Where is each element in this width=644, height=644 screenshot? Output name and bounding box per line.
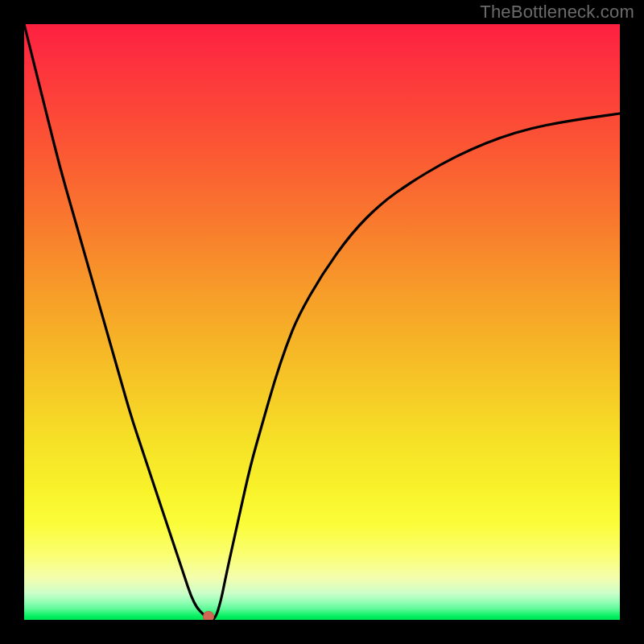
- bottleneck-curve: [24, 24, 620, 620]
- plot-area: [24, 24, 620, 620]
- minimum-marker: [203, 611, 214, 620]
- curve-svg: [24, 24, 620, 620]
- chart-frame: TheBottleneck.com: [0, 0, 644, 644]
- watermark-text: TheBottleneck.com: [480, 2, 634, 23]
